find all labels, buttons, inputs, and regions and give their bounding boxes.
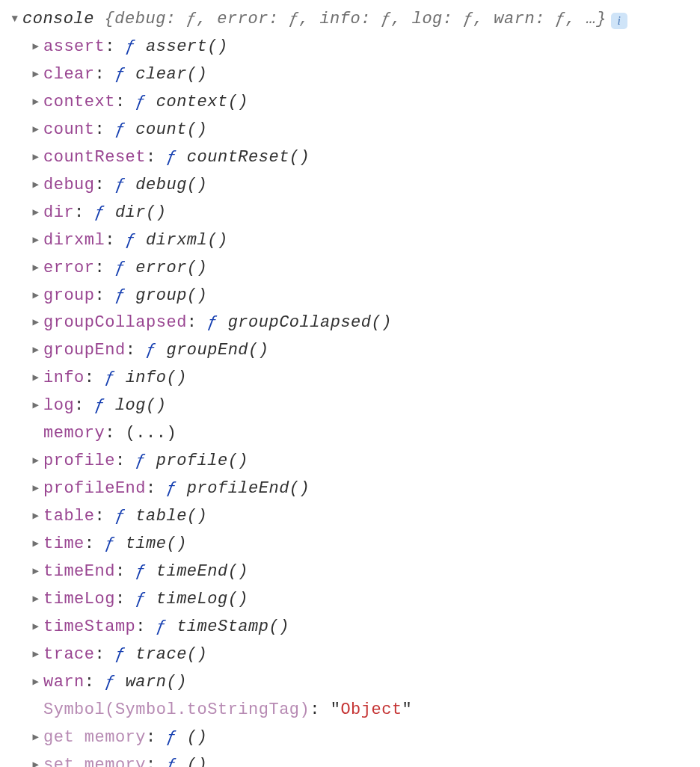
expand-arrow-icon[interactable]: ▶ [28, 66, 43, 84]
property-row[interactable]: ▶dir: ƒ dir() [7, 200, 693, 227]
colon: : [146, 475, 166, 503]
function-name: warn() [126, 669, 187, 697]
expand-arrow-icon[interactable]: ▶ [28, 287, 43, 305]
property-key: debug [43, 172, 95, 200]
property-key: timeStamp [43, 614, 135, 641]
property-key: group [43, 283, 95, 310]
expand-arrow-icon[interactable]: ▶ [28, 757, 43, 767]
expand-arrow-icon[interactable]: ▶ [28, 535, 43, 553]
expand-arrow-icon[interactable]: ▶ [28, 563, 43, 581]
expand-arrow-icon[interactable]: ▶ [28, 369, 43, 387]
expand-arrow-icon[interactable]: ▶ [28, 149, 43, 167]
function-symbol: ƒ [135, 89, 146, 117]
property-row[interactable]: ▶debug: ƒ debug() [7, 172, 693, 200]
expand-arrow-icon[interactable]: ▶ [28, 342, 43, 360]
function-name: groupEnd() [166, 337, 268, 365]
property-row[interactable]: ▶timeEnd: ƒ timeEnd() [7, 558, 693, 586]
colon: : [85, 669, 105, 697]
expand-arrow-icon[interactable]: ▶ [28, 314, 43, 332]
function-name: time() [126, 531, 187, 558]
property-key: timeEnd [43, 558, 115, 586]
function-name: countReset() [187, 144, 310, 172]
property-row[interactable]: ▶get memory: ƒ () [7, 724, 693, 752]
property-row[interactable]: ▶trace: ƒ trace() [7, 641, 693, 669]
property-row[interactable]: ▶group: ƒ group() [7, 283, 693, 310]
expand-arrow-icon[interactable]: ▶ [28, 674, 43, 691]
colon: : [135, 614, 156, 641]
property-row[interactable]: ▶time: ƒ time() [7, 531, 693, 558]
function-name: profileEnd() [187, 475, 310, 503]
property-row[interactable]: ▶timeLog: ƒ timeLog() [7, 586, 693, 614]
colon: : [105, 227, 125, 255]
property-row[interactable]: ▶count: ƒ count() [7, 117, 693, 144]
expand-arrow-icon[interactable]: ▶ [28, 480, 43, 498]
function-name: debug() [135, 172, 207, 200]
info-icon[interactable]: i [611, 13, 627, 29]
function-symbol: ƒ [166, 724, 176, 752]
property-key: log [43, 392, 74, 420]
colon: : [146, 724, 166, 752]
property-row[interactable]: ▶groupCollapsed: ƒ groupCollapsed() [7, 309, 693, 337]
colon: : [95, 641, 115, 669]
property-row[interactable]: ▶table: ƒ table() [7, 503, 693, 531]
property-key: table [43, 503, 95, 531]
tree-root-row[interactable]: ▼ console {debug: ƒ, error: ƒ, info: ƒ, … [7, 6, 693, 34]
colon: : [95, 503, 115, 531]
property-row[interactable]: ▶info: ƒ info() [7, 365, 693, 392]
colon: : [95, 117, 115, 144]
expand-arrow-icon[interactable]: ▶ [28, 204, 43, 222]
colon: : [95, 61, 115, 89]
function-name: clear() [135, 61, 207, 89]
function-name: error() [135, 255, 207, 283]
property-key: groupEnd [43, 337, 126, 365]
function-symbol: ƒ [207, 309, 218, 337]
property-row[interactable]: ▶dirxml: ƒ dirxml() [7, 227, 693, 255]
property-value[interactable]: (...) [126, 420, 177, 448]
expand-arrow-icon[interactable]: ▶ [28, 508, 43, 526]
expand-arrow-icon[interactable]: ▶ [28, 38, 43, 56]
expand-arrow-icon[interactable]: ▶ [28, 176, 43, 194]
colon: : [74, 392, 94, 420]
expand-arrow-icon[interactable]: ▶ [28, 591, 43, 609]
expand-arrow-icon[interactable]: ▶ [28, 121, 43, 139]
expand-arrow-icon[interactable]: ▶ [28, 232, 43, 250]
property-row[interactable]: ▶profileEnd: ƒ profileEnd() [7, 475, 693, 503]
function-name: table() [135, 503, 207, 531]
function-name: group() [135, 283, 207, 310]
property-row[interactable]: ▶groupEnd: ƒ groupEnd() [7, 337, 693, 365]
property-row[interactable]: ▶error: ƒ error() [7, 255, 693, 283]
function-symbol: ƒ [95, 392, 105, 420]
function-name: dirxml() [146, 227, 228, 255]
property-row[interactable]: ▶warn: ƒ warn() [7, 669, 693, 697]
colon: : [95, 172, 115, 200]
property-row[interactable]: ▶memory: (...) [7, 420, 693, 448]
expand-arrow-icon[interactable]: ▶ [28, 93, 43, 111]
property-row[interactable]: ▶log: ƒ log() [7, 392, 693, 420]
property-key: assert [43, 34, 105, 61]
expand-arrow-icon[interactable]: ▶ [28, 259, 43, 277]
expand-arrow-icon[interactable]: ▶ [28, 452, 43, 470]
property-key: warn [43, 669, 85, 697]
property-row[interactable]: ▶clear: ƒ clear() [7, 61, 693, 89]
expand-arrow-icon[interactable]: ▶ [28, 729, 43, 747]
property-row[interactable]: ▶Symbol(Symbol.toStringTag): "Object" [7, 697, 693, 724]
property-row[interactable]: ▶context: ƒ context() [7, 89, 693, 117]
property-key: profile [43, 448, 115, 475]
property-key: error [43, 255, 95, 283]
function-symbol: ƒ [166, 144, 176, 172]
property-row[interactable]: ▶assert: ƒ assert() [7, 34, 693, 61]
property-key: dir [43, 200, 74, 227]
property-row[interactable]: ▶timeStamp: ƒ timeStamp() [7, 614, 693, 641]
function-name: assert() [146, 34, 228, 61]
expand-arrow-icon[interactable]: ▶ [28, 646, 43, 664]
expand-arrow-icon[interactable]: ▼ [7, 10, 22, 28]
colon: : [85, 365, 105, 392]
colon: : [74, 200, 94, 227]
colon: : [310, 697, 330, 724]
expand-arrow-icon[interactable]: ▶ [28, 397, 43, 415]
property-row[interactable]: ▶profile: ƒ profile() [7, 448, 693, 475]
property-row[interactable]: ▶set memory: ƒ () [7, 752, 693, 767]
expand-arrow-icon[interactable]: ▶ [28, 618, 43, 636]
property-key: Symbol(Symbol.toStringTag) [43, 697, 310, 724]
property-row[interactable]: ▶countReset: ƒ countReset() [7, 144, 693, 172]
